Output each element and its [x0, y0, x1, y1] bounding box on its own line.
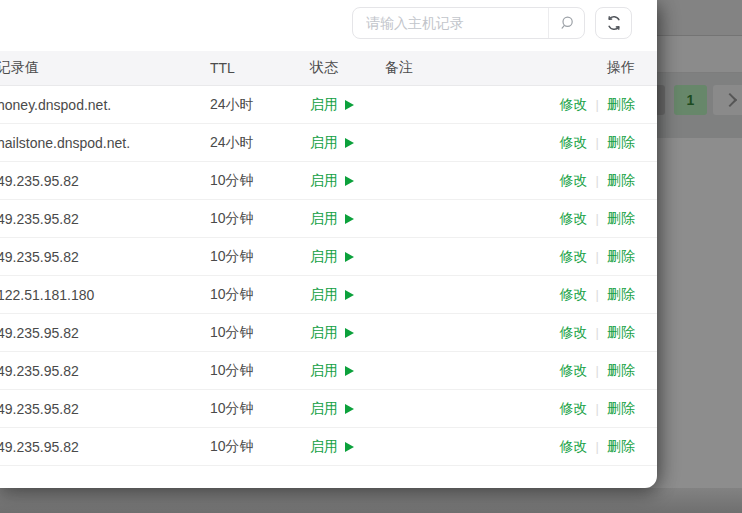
- modify-link[interactable]: 修改: [560, 362, 588, 380]
- record-value-cell: 122.51.181.180: [0, 287, 210, 303]
- ttl-cell: 10分钟: [210, 172, 310, 190]
- action-separator: |: [596, 249, 599, 264]
- ttl-cell: 10分钟: [210, 438, 310, 456]
- record-value-cell: hailstone.dnspod.net.: [0, 135, 210, 151]
- action-separator: |: [596, 211, 599, 226]
- status-cell[interactable]: 启用: [310, 172, 385, 190]
- delete-link[interactable]: 删除: [607, 172, 635, 190]
- table-row: honey.dnspod.net. 24小时 启用 修改 | 删除: [0, 86, 657, 124]
- ttl-cell: 10分钟: [210, 248, 310, 266]
- status-cell[interactable]: 启用: [310, 438, 385, 456]
- delete-link[interactable]: 删除: [607, 210, 635, 228]
- column-header-ttl: TTL: [210, 60, 310, 76]
- status-cell[interactable]: 启用: [310, 210, 385, 228]
- records-table-body: honey.dnspod.net. 24小时 启用 修改 | 删除 hailst…: [0, 86, 657, 466]
- refresh-button[interactable]: [595, 7, 632, 39]
- enabled-play-icon: [345, 328, 354, 338]
- modify-link[interactable]: 修改: [560, 286, 588, 304]
- status-enabled-label: 启用: [310, 400, 338, 418]
- chevron-right-icon: [722, 93, 736, 107]
- status-cell[interactable]: 启用: [310, 286, 385, 304]
- actions-cell: 修改 | 删除: [517, 96, 657, 114]
- status-cell[interactable]: 启用: [310, 400, 385, 418]
- record-value-cell: 49.235.95.82: [0, 249, 210, 265]
- enabled-play-icon: [345, 366, 354, 376]
- column-header-status: 状态: [310, 59, 385, 77]
- status-enabled-label: 启用: [310, 286, 338, 304]
- ttl-cell: 10分钟: [210, 362, 310, 380]
- ttl-cell: 10分钟: [210, 210, 310, 228]
- actions-cell: 修改 | 删除: [517, 134, 657, 152]
- status-cell[interactable]: 启用: [310, 248, 385, 266]
- record-value-cell: 49.235.95.82: [0, 211, 210, 227]
- ttl-cell: 10分钟: [210, 400, 310, 418]
- enabled-play-icon: [345, 290, 354, 300]
- delete-link[interactable]: 删除: [607, 362, 635, 380]
- actions-cell: 修改 | 删除: [517, 248, 657, 266]
- ttl-cell: 10分钟: [210, 286, 310, 304]
- background-band: [0, 488, 742, 513]
- column-header-record-value: 记录值: [0, 59, 210, 77]
- table-row: 122.51.181.180 10分钟 启用 修改 | 删除: [0, 276, 657, 314]
- action-separator: |: [596, 135, 599, 150]
- enabled-play-icon: [345, 442, 354, 452]
- ttl-cell: 24小时: [210, 96, 310, 114]
- records-toolbar: [0, 0, 657, 51]
- actions-cell: 修改 | 删除: [517, 438, 657, 456]
- action-separator: |: [596, 439, 599, 454]
- ttl-cell: 10分钟: [210, 324, 310, 342]
- modify-link[interactable]: 修改: [560, 134, 588, 152]
- delete-link[interactable]: 删除: [607, 286, 635, 304]
- status-enabled-label: 启用: [310, 172, 338, 190]
- status-enabled-label: 启用: [310, 324, 338, 342]
- modify-link[interactable]: 修改: [560, 210, 588, 228]
- host-record-searchbox: [352, 7, 585, 39]
- modify-link[interactable]: 修改: [560, 324, 588, 342]
- search-input[interactable]: [353, 8, 548, 38]
- actions-cell: 修改 | 删除: [517, 286, 657, 304]
- refresh-icon: [605, 14, 623, 32]
- delete-link[interactable]: 删除: [607, 96, 635, 114]
- record-value-cell: 49.235.95.82: [0, 363, 210, 379]
- enabled-play-icon: [345, 252, 354, 262]
- delete-link[interactable]: 删除: [607, 438, 635, 456]
- modify-link[interactable]: 修改: [560, 172, 588, 190]
- enabled-play-icon: [345, 214, 354, 224]
- actions-cell: 修改 | 删除: [517, 324, 657, 342]
- action-separator: |: [596, 325, 599, 340]
- ttl-cell: 24小时: [210, 134, 310, 152]
- delete-link[interactable]: 删除: [607, 248, 635, 266]
- record-value-cell: 49.235.95.82: [0, 401, 210, 417]
- table-row: 49.235.95.82 10分钟 启用 修改 | 删除: [0, 200, 657, 238]
- record-value-cell: 49.235.95.82: [0, 439, 210, 455]
- delete-link[interactable]: 删除: [607, 134, 635, 152]
- table-row: 49.235.95.82 10分钟 启用 修改 | 删除: [0, 390, 657, 428]
- action-separator: |: [596, 401, 599, 416]
- status-enabled-label: 启用: [310, 134, 338, 152]
- actions-cell: 修改 | 删除: [517, 362, 657, 380]
- status-enabled-label: 启用: [310, 362, 338, 380]
- enabled-play-icon: [345, 176, 354, 186]
- status-cell[interactable]: 启用: [310, 324, 385, 342]
- status-cell[interactable]: 启用: [310, 134, 385, 152]
- status-cell[interactable]: 启用: [310, 96, 385, 114]
- table-row: 49.235.95.82 10分钟 启用 修改 | 删除: [0, 352, 657, 390]
- table-row: hailstone.dnspod.net. 24小时 启用 修改 | 删除: [0, 124, 657, 162]
- modify-link[interactable]: 修改: [560, 400, 588, 418]
- enabled-play-icon: [345, 100, 354, 110]
- column-header-remark: 备注: [385, 59, 517, 77]
- search-button[interactable]: [548, 8, 584, 38]
- table-row: 49.235.95.82 10分钟 启用 修改 | 删除: [0, 162, 657, 200]
- delete-link[interactable]: 删除: [607, 324, 635, 342]
- action-separator: |: [596, 173, 599, 188]
- status-cell[interactable]: 启用: [310, 362, 385, 380]
- status-enabled-label: 启用: [310, 248, 338, 266]
- modify-link[interactable]: 修改: [560, 96, 588, 114]
- delete-link[interactable]: 删除: [607, 400, 635, 418]
- pagination-page-1[interactable]: 1: [674, 85, 707, 115]
- action-separator: |: [596, 363, 599, 378]
- modify-link[interactable]: 修改: [560, 438, 588, 456]
- pagination-next-button[interactable]: [713, 85, 742, 115]
- action-separator: |: [596, 97, 599, 112]
- modify-link[interactable]: 修改: [560, 248, 588, 266]
